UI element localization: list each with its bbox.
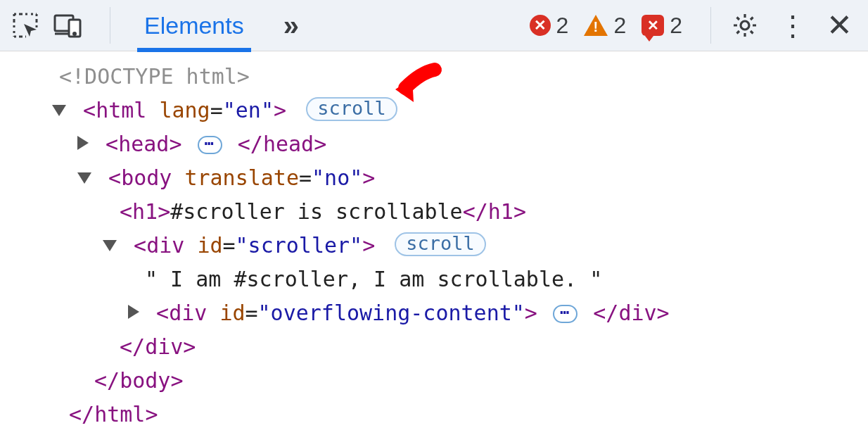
error-count[interactable]: ✕ 2 — [530, 13, 569, 39]
div-overflow-line[interactable]: <div id="overflowing-content"> ⋯ </div> — [14, 296, 868, 330]
toolbar-left-group: Elements » — [10, 0, 299, 51]
chevron-right-icon[interactable] — [77, 136, 89, 150]
settings-gear-icon[interactable] — [731, 11, 759, 39]
error-count-value: 2 — [556, 13, 569, 39]
error-icon: ✕ — [530, 15, 551, 36]
svg-point-3 — [741, 21, 749, 30]
kebab-menu-icon[interactable]: ⋮ — [779, 11, 807, 39]
more-tabs-icon[interactable]: » — [283, 11, 299, 39]
issues-icon: ✕ — [642, 15, 664, 36]
text-node-line[interactable]: " I am #scroller, I am scrollable. " — [14, 263, 868, 296]
ellipsis-icon[interactable]: ⋯ — [198, 136, 222, 154]
head-line[interactable]: <head> ⋯ </head> — [14, 127, 868, 161]
warning-count[interactable]: 2 — [584, 13, 626, 39]
scroll-badge[interactable]: scroll — [306, 97, 397, 121]
toolbar-divider — [710, 7, 711, 44]
html-open-line[interactable]: <html lang="en"> scroll — [14, 94, 868, 127]
doctype-line[interactable]: <!DOCTYPE html> — [14, 60, 868, 94]
div-scroller-open-line[interactable]: <div id="scroller"> scroll — [14, 229, 868, 263]
h1-line[interactable]: <h1>#scroller is scrollable</h1> — [14, 195, 868, 229]
close-icon[interactable]: ✕ — [826, 10, 853, 41]
issues-count-value: 2 — [670, 13, 682, 39]
toolbar-right-group: ✕ 2 2 ✕ 2 ⋮ ✕ — [530, 7, 862, 44]
chevron-right-icon[interactable] — [128, 305, 139, 319]
inspect-element-icon[interactable] — [10, 10, 41, 41]
ellipsis-icon[interactable]: ⋯ — [553, 305, 577, 323]
warning-icon — [584, 15, 608, 36]
chevron-down-icon[interactable] — [52, 105, 66, 116]
device-toggle-icon[interactable] — [52, 10, 83, 41]
div-scroller-close-line[interactable]: </div> — [14, 330, 868, 364]
issues-count[interactable]: ✕ 2 — [642, 13, 682, 39]
toolbar-divider — [110, 7, 110, 44]
chevron-down-icon[interactable] — [77, 172, 91, 184]
chevron-down-icon[interactable] — [103, 240, 117, 251]
body-open-line[interactable]: <body translate="no"> — [14, 161, 868, 195]
svg-point-2 — [74, 33, 76, 35]
tab-elements[interactable]: Elements — [137, 0, 251, 51]
body-close-line[interactable]: </body> — [14, 364, 868, 398]
html-close-line[interactable]: </html> — [14, 398, 868, 431]
devtools-toolbar: Elements » ✕ 2 2 ✕ 2 ⋮ ✕ — [0, 0, 868, 51]
elements-dom-tree[interactable]: <!DOCTYPE html> <html lang="en"> scroll … — [0, 51, 868, 431]
scroll-badge[interactable]: scroll — [395, 232, 486, 256]
warning-count-value: 2 — [613, 13, 626, 39]
